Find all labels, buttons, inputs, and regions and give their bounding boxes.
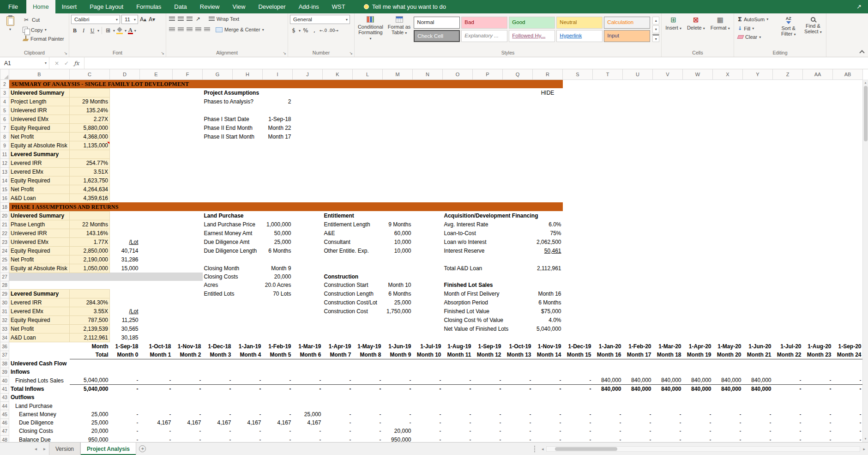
cell-G46[interactable]: 4,167 [203, 419, 233, 427]
cell-D34[interactable]: 30,185 [110, 334, 140, 342]
cell-O30[interactable]: Absorption Period [443, 298, 503, 307]
cell-AA5[interactable] [803, 106, 833, 115]
cell-R44[interactable] [533, 402, 563, 410]
cell-I20[interactable] [263, 211, 293, 220]
cell-F43[interactable] [173, 393, 203, 401]
cell-W22[interactable] [683, 229, 713, 237]
cell-U37[interactable]: Month 17 [623, 351, 653, 359]
column-header-Q[interactable]: Q [503, 69, 533, 79]
cell-V29[interactable] [653, 290, 683, 298]
cell-P38[interactable] [473, 359, 503, 368]
cell-X4[interactable] [713, 97, 743, 106]
row-header-43[interactable]: 43 [0, 393, 9, 401]
middle-align-icon[interactable] [177, 15, 184, 23]
cell-M12[interactable] [383, 158, 413, 167]
formula-input[interactable] [84, 57, 868, 69]
cell-D4[interactable] [110, 97, 140, 106]
cell-D29[interactable] [110, 290, 140, 298]
cell-K36[interactable]: 1-Apr-19 [323, 342, 353, 351]
cell-N11[interactable] [413, 150, 443, 158]
cell-L46[interactable]: - [353, 419, 383, 427]
font-size-select[interactable]: 11 [121, 15, 138, 24]
cell-P36[interactable]: 1-Sep-19 [473, 342, 503, 351]
cell-D22[interactable] [110, 229, 140, 237]
cell-D28[interactable] [110, 281, 140, 289]
cell-M14[interactable] [383, 176, 413, 185]
cell-X13[interactable] [713, 167, 743, 176]
cell-X26[interactable] [713, 264, 743, 273]
cell-Y20[interactable] [743, 211, 773, 220]
cell-P40[interactable]: - [473, 376, 503, 385]
cell-Y11[interactable] [743, 150, 773, 158]
cell-D12[interactable] [110, 158, 140, 167]
cell-Y27[interactable] [743, 273, 773, 281]
cell-L6[interactable] [353, 115, 383, 123]
cell-X12[interactable] [713, 158, 743, 167]
cell-D23[interactable]: /Lot [110, 237, 140, 246]
cell-Y28[interactable] [743, 281, 773, 289]
cell-G22[interactable]: Earnest Money Amt [203, 229, 263, 237]
cell-S39[interactable] [563, 368, 593, 376]
cell-Z16[interactable] [773, 194, 803, 202]
cell-F7[interactable] [173, 123, 203, 132]
cell-AB24[interactable] [833, 246, 863, 255]
cell-D15[interactable] [110, 185, 140, 194]
column-header-B[interactable]: B [9, 69, 70, 79]
cell-F11[interactable] [173, 150, 203, 158]
cell-F20[interactable] [173, 211, 203, 220]
cell-H31[interactable] [233, 307, 263, 316]
cell-O34[interactable] [443, 334, 473, 342]
cell-H45[interactable]: - [233, 410, 263, 419]
cell-K34[interactable] [323, 334, 353, 342]
cell-N39[interactable] [413, 368, 443, 376]
row-header-36[interactable]: 36 [0, 342, 9, 351]
cell-AA13[interactable] [803, 167, 833, 176]
cell-W33[interactable] [683, 325, 713, 334]
cell-J13[interactable] [293, 167, 323, 176]
cell-O20[interactable]: Acquisition/Development Financing [443, 211, 533, 220]
collapse-ribbon-icon[interactable] [860, 49, 864, 54]
cell-T23[interactable] [593, 237, 623, 246]
cell-I33[interactable] [263, 325, 293, 334]
cell-L3[interactable] [353, 88, 383, 97]
column-header-I[interactable]: I [263, 69, 293, 79]
cell-K31[interactable]: Construction Cost [323, 307, 383, 316]
cell-AA43[interactable] [803, 393, 833, 401]
cell-U47[interactable]: - [623, 427, 653, 435]
cell-C28[interactable] [70, 281, 110, 289]
cell-W48[interactable]: - [683, 436, 713, 443]
cell-AB4[interactable] [833, 97, 863, 106]
cell-K28[interactable]: Construction Start [323, 281, 383, 289]
cell-G14[interactable] [203, 176, 233, 185]
cell-V41[interactable]: 840,000 [653, 385, 683, 394]
ribbon-tab-wst[interactable]: WST [326, 0, 352, 13]
cell-M48[interactable]: 950,000 [383, 436, 413, 443]
cell-S16[interactable] [563, 194, 593, 202]
cell-W5[interactable] [683, 106, 713, 115]
cell-E5[interactable] [140, 106, 173, 115]
cell-T13[interactable] [593, 167, 623, 176]
cell-R8[interactable] [533, 132, 563, 141]
cell-U31[interactable] [623, 307, 653, 316]
cell-V36[interactable]: 1-Mar-20 [653, 342, 683, 351]
cell-AA16[interactable] [803, 194, 833, 202]
name-box-dropdown-icon[interactable] [45, 61, 47, 65]
cell-Q26[interactable] [503, 264, 533, 273]
cell-AB25[interactable] [833, 255, 863, 264]
cell-E13[interactable] [140, 167, 173, 176]
cell-E37[interactable]: Month 1 [140, 351, 173, 359]
row-header-25[interactable]: 25 [0, 255, 9, 264]
cell-J12[interactable] [293, 158, 323, 167]
cell-B29[interactable]: Levered Summary [9, 290, 70, 298]
cell-B22[interactable]: Unlevered IRR [9, 229, 70, 237]
cell-U15[interactable] [623, 185, 653, 194]
cell-W11[interactable] [683, 150, 713, 158]
cell-V21[interactable] [653, 220, 683, 229]
cell-N7[interactable] [413, 123, 443, 132]
cell-O48[interactable]: - [443, 436, 473, 443]
cell-Q45[interactable]: - [503, 410, 533, 419]
cell-U26[interactable] [623, 264, 653, 273]
cell-U32[interactable] [623, 316, 653, 325]
cell-U16[interactable] [623, 194, 653, 202]
column-header-S[interactable]: S [563, 69, 593, 79]
